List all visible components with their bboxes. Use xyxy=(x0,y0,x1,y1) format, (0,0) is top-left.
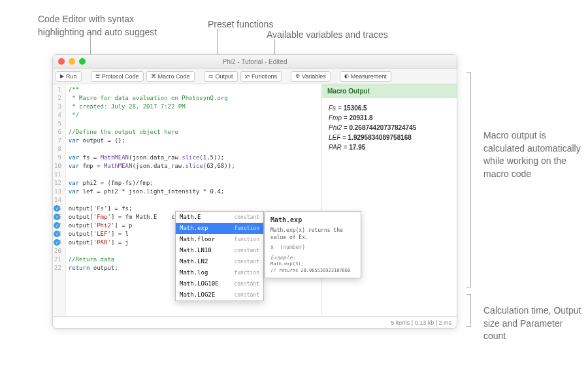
code-line[interactable]: var fmp = MathMEAN(json.data_raw.slice(6… xyxy=(69,162,319,171)
suggest-item[interactable]: Math.logfunction xyxy=(176,267,263,278)
annotation-status: Calculation time, Output size and Parame… xyxy=(483,304,581,343)
suggest-item[interactable]: Math.expfunction xyxy=(176,223,263,234)
suggest-item[interactable]: Math.Econstant xyxy=(176,212,263,223)
annotation-variables: Available variables and traces xyxy=(267,29,388,42)
output-header: Macro Output xyxy=(322,84,457,98)
status-bar: 5 items | 0.13 kb | 2 ms xyxy=(53,316,457,328)
line-number: 1 xyxy=(54,86,61,94)
code-line[interactable]: var output = {}; xyxy=(69,137,319,145)
code-line[interactable]: //Define the output object here xyxy=(69,128,319,137)
code-line[interactable]: * Macro for data evaluation on PhotosynQ… xyxy=(69,94,319,103)
code-line[interactable]: /** xyxy=(69,86,319,94)
measurement-button[interactable]: ◐Measurement xyxy=(340,71,391,82)
titlebar: Phi2 - Tutorial - Edited xyxy=(53,55,457,69)
line-number: 10 xyxy=(54,162,61,171)
line-number: 12 xyxy=(54,179,61,188)
doc-desc: Math.exp(x) returns the value of Ex. xyxy=(270,227,355,241)
play-icon: ▶ xyxy=(60,73,64,79)
line-number: 7 xyxy=(54,137,61,145)
output-rows: Fs = 15306.5Fmp = 20931.8Phi2 = 0.268744… xyxy=(329,105,450,151)
output-row: LEF = 1.9295834089758168 xyxy=(329,134,450,141)
annotation-output: Macro output is calculated automatically… xyxy=(483,129,581,180)
code-icon: ⌘ xyxy=(151,73,156,79)
toolbar: ▶Run ☰Protocol Code ⌘Macro Code ▭Output … xyxy=(53,69,457,84)
code-line[interactable]: var phi2 = (fmp-fs)/fmp; xyxy=(69,179,319,188)
run-button[interactable]: ▶Run xyxy=(56,71,82,82)
line-number: 21 xyxy=(54,255,61,264)
suggest-item[interactable]: Math.LN10constant xyxy=(176,245,263,256)
variables-button[interactable]: ⚙Variables xyxy=(291,71,331,82)
output-row: Fmp = 20931.8 xyxy=(329,114,450,122)
doc-param-name: x xyxy=(270,244,274,250)
gauge-icon: ◐ xyxy=(344,73,349,79)
suggest-item[interactable]: Math.LOG10Econstant xyxy=(176,278,263,289)
functions-label: xⁿ Functions xyxy=(245,73,277,80)
protocol-code-button[interactable]: ☰Protocol Code xyxy=(91,71,144,82)
line-number: 11 xyxy=(54,171,61,179)
line-number: 2 xyxy=(54,94,61,103)
protocol-label: Protocol Code xyxy=(102,73,139,80)
line-number: 16 xyxy=(54,213,61,221)
run-label: Run xyxy=(66,73,77,80)
line-number: 9 xyxy=(54,154,61,162)
output-panel: Macro Output Fs = 15306.5Fmp = 20931.8Ph… xyxy=(322,84,457,316)
minimize-icon[interactable] xyxy=(69,58,75,65)
code-line[interactable]: var lef = phi2 * json.light_intensity * … xyxy=(69,188,319,196)
line-number: 22 xyxy=(54,264,61,272)
line-number: 20 xyxy=(54,247,61,255)
code-line[interactable] xyxy=(69,120,319,128)
line-number: 17 xyxy=(54,221,61,230)
line-number: 5 xyxy=(54,120,61,128)
app-window: Phi2 - Tutorial - Edited ▶Run ☰Protocol … xyxy=(52,54,457,329)
stack-icon: ☰ xyxy=(95,73,100,79)
autocomplete-popup[interactable]: Math.EconstantMath.expfunctionMath.floor… xyxy=(175,211,264,301)
line-number: 6 xyxy=(54,128,61,137)
gutter: 12345678910111213141516171819202122 xyxy=(53,84,66,316)
line-number: 8 xyxy=(54,145,61,154)
pointer-line xyxy=(90,35,91,56)
doc-title: Math.exp xyxy=(270,216,355,225)
suggest-item[interactable]: Math.LN2constant xyxy=(176,256,263,267)
variables-label: Variables xyxy=(302,73,326,80)
code-line[interactable] xyxy=(69,145,319,154)
bracket xyxy=(467,294,471,327)
line-number: 13 xyxy=(54,188,61,196)
code-editor[interactable]: 12345678910111213141516171819202122 /** … xyxy=(53,84,322,316)
output-row: PAR = 17.95 xyxy=(329,144,450,151)
code-line[interactable] xyxy=(69,196,319,204)
doc-param-type: (number) xyxy=(280,244,305,250)
macro-label: Macro Code xyxy=(158,73,190,80)
main-area: 12345678910111213141516171819202122 /** … xyxy=(53,84,457,316)
suggest-item[interactable]: Math.floorfunction xyxy=(176,234,263,245)
close-icon[interactable] xyxy=(58,58,65,65)
window-title: Phi2 - Tutorial - Edited xyxy=(223,58,287,65)
zoom-icon[interactable] xyxy=(79,58,86,65)
line-number: 15 xyxy=(54,204,61,213)
annotation-editor: Code Editor with syntax highlighting and… xyxy=(38,13,157,39)
code-line[interactable]: */ xyxy=(69,111,319,120)
code-line[interactable] xyxy=(69,171,319,179)
panel-icon: ▭ xyxy=(208,73,214,79)
macro-code-button[interactable]: ⌘Macro Code xyxy=(146,71,195,82)
line-number: 3 xyxy=(54,103,61,111)
traffic-lights xyxy=(58,58,86,65)
line-number: 14 xyxy=(54,196,61,204)
output-button[interactable]: ▭Output xyxy=(204,71,238,82)
line-number: 4 xyxy=(54,111,61,120)
suggest-item[interactable]: Math.LOG2Econstant xyxy=(176,289,263,301)
doc-popup: Math.exp Math.exp(x) returns the value o… xyxy=(265,211,361,278)
doc-example-label: Example: xyxy=(270,254,355,261)
annotation-functions: Preset functions xyxy=(208,18,273,31)
line-number: 19 xyxy=(54,238,61,247)
code-line[interactable]: * created: July 28, 2017 7:22 PM xyxy=(69,103,319,111)
output-row: Phi2 = 0.26874420737824745 xyxy=(329,124,450,131)
functions-button[interactable]: xⁿ Functions xyxy=(240,71,282,82)
code-line[interactable]: var fs = MathMEAN(json.data_raw.slice(1,… xyxy=(69,154,319,162)
doc-example-code: Math.exp(3); // returns 20.0855369231876… xyxy=(270,261,355,274)
bracket xyxy=(467,72,471,287)
output-label: Output xyxy=(216,73,233,80)
line-number: 18 xyxy=(54,230,61,238)
link-icon: ⚙ xyxy=(295,73,300,79)
output-row: Fs = 15306.5 xyxy=(329,105,450,112)
measurement-label: Measurement xyxy=(351,73,387,80)
